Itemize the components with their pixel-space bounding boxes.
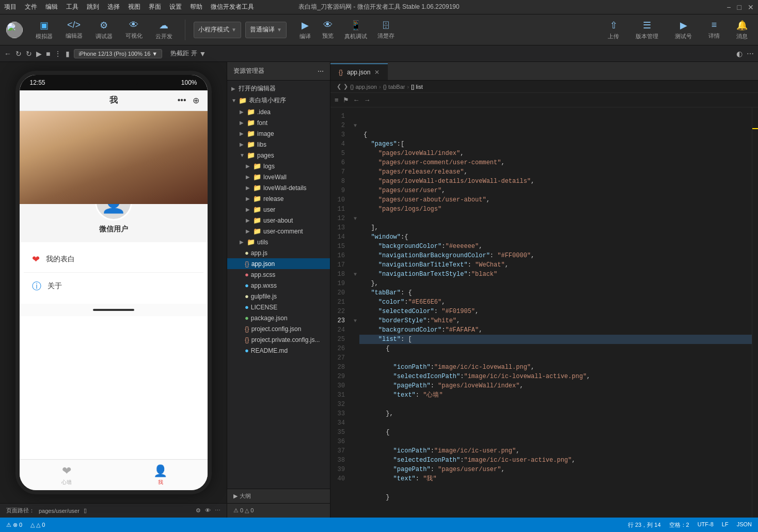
phone-tab-1[interactable]: ❤ 心墙 [20,464,114,486]
tree-item-packagejson[interactable]: ● package.json [227,312,330,323]
refresh-btn[interactable]: ↻ [26,50,32,58]
close-icon[interactable]: ✕ [748,3,754,11]
preview-btn[interactable]: 👁 预览 [318,18,338,42]
fold-marker-18[interactable]: ▼ [351,270,359,279]
fold-marker-12[interactable]: ▼ [351,214,359,223]
upload-btn[interactable]: ⇧ 上传 [604,18,623,42]
tree-item-utils[interactable]: ▶ 📁 utils [227,237,330,247]
fold-marker-34[interactable] [351,418,359,428]
tree-item-image[interactable]: ▶ 📁 image [227,128,330,139]
tree-item-user-comment[interactable]: ▶ 📁 user-comment [227,226,330,237]
fold-marker-23[interactable]: ▼ [351,316,359,325]
open-editors-section[interactable]: ▶ 打开的编辑器 [227,83,330,95]
phone-more-icon[interactable]: ••• [178,96,186,105]
phone-tab-2[interactable]: 👤 我 [114,464,208,486]
fold-marker-14[interactable] [351,232,359,242]
statusbar-space[interactable]: 空格：2 [669,521,689,529]
tree-item-appjs[interactable]: ● app.js [227,247,330,258]
fold-marker-5[interactable] [351,149,359,158]
fold-marker-17[interactable] [351,260,359,270]
hotcut-toggle[interactable]: ▼ [199,50,207,58]
real-debug-btn[interactable]: 📱 真机调试 [340,18,371,42]
tree-item-lovewall[interactable]: ▶ 📁 loveWall [227,171,330,182]
fold-marker-40[interactable] [351,474,359,483]
fold-marker-33[interactable] [351,409,359,418]
project-root[interactable]: ▼ 📁 表白墙小程序 [227,95,330,106]
tree-item-idea[interactable]: ▶ 📁 .idea [227,106,330,117]
fold-marker-1[interactable] [351,112,359,121]
menu-select[interactable]: 选择 [107,3,120,11]
menu-icon[interactable]: ≡ [335,96,339,104]
menu-settings[interactable]: 设置 [169,3,182,11]
tree-item-gulpfile[interactable]: ● gulpfile.js [227,291,330,302]
step-btn[interactable]: ⋮ [54,50,61,58]
compile-btn[interactable]: ▶ 编译 [295,18,315,42]
cloud-btn[interactable]: ☁ 云开发 [151,18,177,42]
play-btn[interactable]: ▶ [36,50,42,58]
phone-menu-item-2[interactable]: ⓘ 关于 [24,273,203,300]
viewable-btn[interactable]: 👁 可视化 [121,18,147,42]
menu-devtools[interactable]: 微信开发者工具 [211,3,254,11]
menu-interface[interactable]: 界面 [149,3,161,11]
code-content[interactable]: { "pages":[ "pages/loveWall/index", "pag… [359,107,752,518]
fold-marker-2[interactable]: ▼ [351,121,359,130]
version-btn[interactable]: ☰ 版本管理 [631,18,662,42]
file-panel-more-icon[interactable]: ⋯ [318,68,324,75]
fold-marker-25[interactable] [351,335,359,344]
menu-edit[interactable]: 编辑 [45,3,58,11]
fold-marker-7[interactable] [351,167,359,177]
editor-back-icon[interactable]: ← [353,96,360,104]
menu-file[interactable]: 文件 [25,3,37,11]
tree-item-user-about[interactable]: ▶ 📁 user-about [227,215,330,226]
tree-item-release[interactable]: ▶ 📁 release [227,193,330,204]
tree-item-appscss[interactable]: ● app.scss [227,269,330,280]
fold-marker-10[interactable] [351,195,359,205]
tree-item-libs[interactable]: ▶ 📁 libs [227,139,330,150]
bookmark-icon[interactable]: ⚑ [343,96,349,104]
phone-add-icon[interactable]: ⊕ [193,96,199,105]
tree-item-appjson[interactable]: {} app.json [227,258,330,269]
copy-btn[interactable]: ▮ [66,50,70,58]
menu-tools[interactable]: 工具 [66,3,78,11]
statusbar-line-col[interactable]: 行 23，列 14 [628,521,661,529]
fold-marker-13[interactable] [351,223,359,232]
fold-marker-3[interactable] [351,130,359,139]
fold-marker-8[interactable] [351,177,359,186]
debugger-btn[interactable]: ⚙ 调试器 [91,18,117,42]
statusbar-errors[interactable]: ⚠ ⊗ 0 [6,522,22,528]
forward-btn[interactable]: ↻ [15,50,22,58]
test-btn[interactable]: ▶ 测试号 [671,18,696,42]
settings-icon[interactable]: ⚙ [196,507,201,514]
tree-item-projectprivate[interactable]: {} project.private.config.js... [227,334,330,345]
fold-marker-6[interactable] [351,158,359,167]
fold-marker-24[interactable] [351,325,359,335]
stop-btn[interactable]: ■ [46,50,50,58]
menu-view[interactable]: 视图 [128,3,140,11]
fold-marker-37[interactable] [351,446,359,456]
fold-marker-36[interactable] [351,437,359,446]
fold-marker-21[interactable] [351,298,359,307]
tree-item-logs[interactable]: ▶ 📁 logs [227,161,330,171]
clear-btn[interactable]: ⌹ 清楚存 [373,18,399,42]
fold-marker-20[interactable] [351,288,359,298]
fold-marker-39[interactable] [351,465,359,474]
nav-back-icon[interactable]: ❮ [337,83,341,90]
editor-tab-appjson[interactable]: {} app.json ✕ [330,64,388,80]
eye-icon[interactable]: 👁 [205,507,211,514]
fold-marker-38[interactable] [351,456,359,465]
fold-marker-27[interactable] [351,353,359,363]
more-icon[interactable]: ⋯ [747,50,754,58]
tree-item-appwxss[interactable]: ● app.wxss [227,280,330,291]
fold-marker-11[interactable] [351,205,359,214]
tree-item-lovewall-details[interactable]: ▶ 📁 loveWall-details [227,182,330,193]
menu-goto[interactable]: 跳到 [87,3,99,11]
tree-item-user[interactable]: ▶ 📁 user [227,204,330,215]
fold-marker-35[interactable] [351,428,359,437]
fold-marker-31[interactable] [351,390,359,400]
device-selector[interactable]: iPhone 12/13 (Pro) 100% 16 ▼ [74,49,162,58]
menu-help[interactable]: 帮助 [190,3,202,11]
mode-selector[interactable]: 小程序模式 ▼ [194,22,241,38]
layout-icon[interactable]: ◐ [736,50,743,58]
tree-item-projectconfig[interactable]: {} project.config.json [227,323,330,334]
back-btn[interactable]: ← [4,50,11,58]
